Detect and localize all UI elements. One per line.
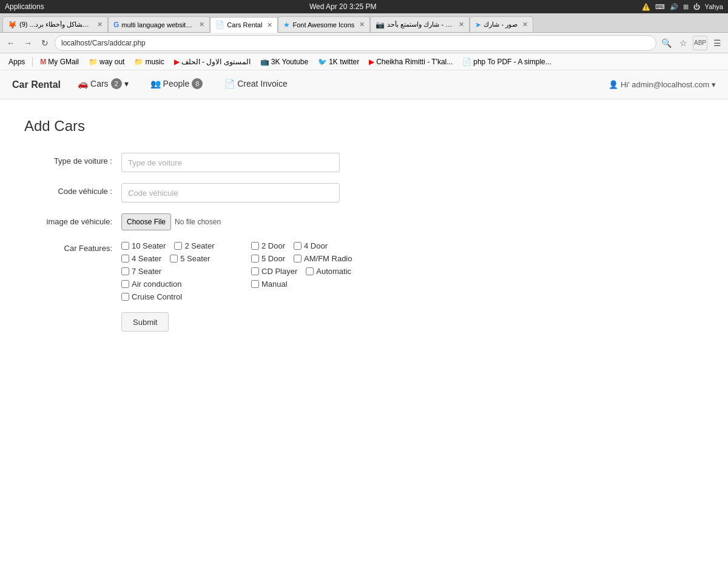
- choose-file-button[interactable]: Choose File: [121, 213, 171, 230]
- music-label: music: [145, 58, 164, 66]
- checkbox-amfm[interactable]: [294, 255, 302, 263]
- submit-button[interactable]: Submit: [121, 312, 169, 332]
- php-label: php To PDF - A simple...: [473, 58, 551, 66]
- app-navigation: Car Rental 🚗 Cars 2 ▾ 👥 People 8 📄 Creat…: [0, 70, 728, 99]
- tab1-close[interactable]: ✕: [97, 21, 103, 28]
- os-datetime: Wed Apr 20 3:25 PM: [309, 2, 377, 11]
- code-group: Code véhicule :: [24, 183, 704, 202]
- menu-icon[interactable]: ☰: [710, 36, 724, 50]
- checkbox-2door[interactable]: [251, 242, 259, 250]
- twitter-label: 1K twitter: [329, 58, 359, 66]
- php-icon: 📄: [462, 58, 471, 66]
- youtube2-icon: 📺: [260, 58, 269, 66]
- refresh-button[interactable]: ↻: [38, 36, 52, 50]
- checkbox-5seater[interactable]: [170, 255, 178, 263]
- tab3-icon: 📄: [215, 21, 224, 29]
- checkbox-4seater[interactable]: [121, 255, 129, 263]
- bookmark-apps[interactable]: Apps: [5, 56, 29, 67]
- abp-icon[interactable]: ABP: [693, 36, 707, 50]
- checkbox-5door[interactable]: [251, 255, 259, 263]
- checkbox-cruisecontrol[interactable]: [121, 293, 129, 301]
- tab1-icon: 🦊: [8, 21, 17, 29]
- feature-7seater: 7 Seater: [121, 267, 161, 276]
- bookmark-arabic[interactable]: ▶ المستوى الاول - الحلف: [170, 56, 254, 67]
- tab5-label: صور - شارك واستمتع بأحد...: [387, 21, 454, 28]
- feature-10seater: 10 Seater: [121, 241, 166, 250]
- tab4-label: Font Awesome Icons: [292, 21, 354, 28]
- forward-button[interactable]: →: [21, 36, 35, 50]
- add-car-form: Type de voiture : Code véhicule : image …: [24, 153, 704, 332]
- browser-tab-4[interactable]: ★ Font Awesome Icons ✕: [278, 16, 370, 32]
- nav-cars[interactable]: 🚗 Cars 2 ▾: [73, 71, 133, 98]
- file-input-wrapper: Choose File No file chosen: [121, 213, 221, 230]
- feature-4door: 4 Door: [294, 241, 328, 250]
- tab5-close[interactable]: ✕: [459, 21, 464, 28]
- bookmark-wayout[interactable]: 📁 way out: [85, 56, 128, 67]
- music-folder-icon: 📁: [134, 58, 143, 66]
- youtube-icon: ▶: [174, 58, 180, 66]
- cars-dropdown-icon: ▾: [124, 79, 129, 89]
- tab2-icon: G: [113, 21, 119, 29]
- checkbox-automatic[interactable]: [306, 267, 314, 275]
- file-no-file-label: No file chosen: [175, 218, 221, 226]
- browser-tab-2[interactable]: G multi language website -... ✕: [108, 16, 210, 32]
- tab2-close[interactable]: ✕: [199, 21, 204, 28]
- features-label: Car Features:: [24, 241, 121, 253]
- feature-airconduction: Air conduction: [121, 279, 181, 289]
- search-icon[interactable]: 🔍: [659, 36, 673, 50]
- address-text: localhost/Cars/addcar.php: [61, 39, 146, 47]
- browser-tab-6[interactable]: ➤ صور - شارك ✕: [470, 16, 533, 32]
- image-group: image de véhicule: Choose File No file c…: [24, 213, 704, 230]
- checkbox-manual[interactable]: [251, 280, 259, 288]
- youtube-label: 3K Youtube: [271, 58, 308, 66]
- browser-tab-3[interactable]: 📄 Cars Rental ✕: [210, 17, 278, 33]
- gmail-label: My GMail: [48, 58, 79, 66]
- tab4-icon: ★: [283, 21, 290, 29]
- feature-2door: 2 Door: [251, 241, 285, 250]
- bookmark-cheikha[interactable]: ▶ Cheikha Rimitti - T'kal...: [365, 56, 456, 67]
- checkbox-2seater[interactable]: [174, 242, 182, 250]
- star-icon[interactable]: ☆: [676, 36, 690, 50]
- checkbox-4door[interactable]: [294, 242, 302, 250]
- tab4-close[interactable]: ✕: [359, 21, 365, 28]
- type-input[interactable]: [121, 153, 340, 172]
- checkbox-10seater[interactable]: [121, 242, 129, 250]
- power-icon: ⏻: [693, 3, 700, 10]
- tab6-close[interactable]: ✕: [522, 21, 528, 28]
- back-button[interactable]: ←: [4, 36, 18, 50]
- nav-user-label: Hi' admin@localhost.com: [621, 80, 709, 89]
- nav-people[interactable]: 👥 People 8: [146, 71, 208, 98]
- features-row-2: 4 Seater 5 Seater 5 Door: [121, 254, 360, 263]
- bookmark-youtube[interactable]: 📺 3K Youtube: [257, 56, 312, 67]
- page-title: Add Cars: [24, 118, 704, 135]
- nav-user-info[interactable]: 👤 Hi' admin@localhost.com ▾: [608, 80, 716, 89]
- feature-cruisecontrol: Cruise Control: [121, 292, 182, 301]
- arabic-label: المستوى الاول - الحلف: [181, 58, 251, 66]
- feature-2seater: 2 Seater: [174, 241, 214, 250]
- checkbox-7seater[interactable]: [121, 267, 129, 275]
- network-icon: ⊞: [683, 3, 689, 11]
- keyboard-icon: ⌨: [655, 3, 665, 11]
- address-bar[interactable]: localhost/Cars/addcar.php: [55, 35, 656, 51]
- code-input[interactable]: [121, 183, 340, 202]
- tab3-close[interactable]: ✕: [267, 21, 272, 29]
- features-row-1: 10 Seater 2 Seater 2 Door: [121, 241, 360, 250]
- bookmark-gmail[interactable]: M My GMail: [36, 56, 83, 67]
- invoice-icon: 📄: [224, 79, 235, 89]
- browser-tab-5[interactable]: 📷 صور - شارك واستمتع بأحد... ✕: [370, 16, 470, 32]
- bookmark-twitter[interactable]: 🐦 1K twitter: [314, 56, 363, 67]
- checkbox-cdplayer[interactable]: [251, 267, 259, 275]
- tab2-label: multi language website -...: [121, 21, 194, 28]
- browser-tab-1[interactable]: 🦊 حل مشاكل وأخطاء برد... (9) ✕: [2, 16, 108, 32]
- bookmark-php[interactable]: 📄 php To PDF - A simple...: [459, 56, 555, 67]
- browser-toolbar: ← → ↻ localhost/Cars/addcar.php 🔍 ☆ ABP …: [0, 33, 728, 53]
- nav-invoice[interactable]: 📄 Creat Invoice: [220, 72, 292, 98]
- os-app-menu[interactable]: Applications: [5, 2, 44, 11]
- main-content: Add Cars Type de voiture : Code véhicule…: [0, 99, 728, 350]
- tab3-label: Cars Rental: [227, 21, 262, 28]
- folder-icon: 📁: [89, 58, 98, 66]
- features-row-5: Cruise Control: [121, 292, 360, 301]
- features-row-4: Air conduction Manual: [121, 279, 360, 289]
- bookmark-music[interactable]: 📁 music: [130, 56, 167, 67]
- checkbox-airconduction[interactable]: [121, 280, 129, 288]
